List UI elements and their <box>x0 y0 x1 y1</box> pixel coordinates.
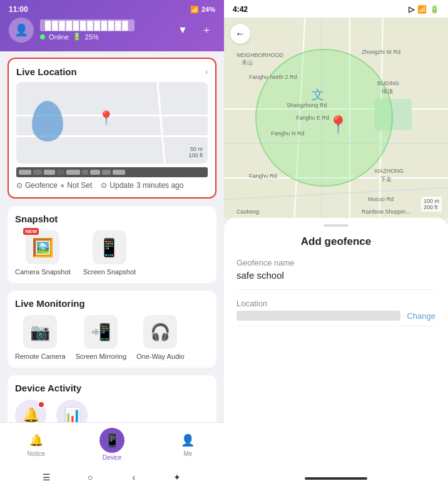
status-icons: 📶 24% <box>190 6 215 14</box>
battery-text: 24% <box>201 6 215 13</box>
left-header: 11:00 📶 24% 👤 ████████████ Online 🔋 25% <box>0 0 224 51</box>
card-meta: ⊙ Geofence ● Not Set ⊙ Update 3 minutes … <box>16 181 208 190</box>
geofence-name-value[interactable]: safe school <box>237 270 435 281</box>
geofence-meta[interactable]: ⊙ Geofence ● Not Set <box>16 181 92 190</box>
dropdown-button[interactable]: ▼ <box>174 21 191 39</box>
geofence-name-field: Geofence name safe school <box>237 258 435 281</box>
timeline-block <box>82 170 88 175</box>
avatar: 👤 <box>9 18 34 43</box>
map-label-rainbow: Rainbow Shoppin... <box>362 209 410 215</box>
avatar-area: 👤 ████████████ Online 🔋 25% <box>9 18 135 43</box>
screen-snapshot-icon: 📱 <box>98 237 120 258</box>
screen-snapshot-icon-box: 📱 <box>93 230 126 264</box>
location-value-blurred <box>237 311 400 321</box>
nav-notice[interactable]: 🔔 Notice <box>28 432 45 457</box>
gesture-home[interactable]: ○ <box>83 470 98 485</box>
map-road-vertical <box>156 82 165 163</box>
live-location-title: Live Location › <box>16 66 208 77</box>
right-map-scale: 100 m 200 ft <box>421 197 442 212</box>
update-meta: ⊙ Update 3 minutes ago <box>101 181 183 190</box>
user-status-row: Online 🔋 25% <box>40 33 135 41</box>
map-label-fanghu-e: Fanghu E Rd <box>296 115 329 121</box>
sheet-handle <box>323 224 349 227</box>
timeline-block <box>90 170 100 175</box>
chart-icon: 📊 <box>64 407 81 422</box>
me-label: Me <box>183 450 192 457</box>
map-water-blob <box>32 101 63 142</box>
right-map-view[interactable]: NEIGHBORHOOD 禾山 Fanghu North 2 Rd Shangz… <box>224 18 448 218</box>
activity-icons: 🔔 📊 <box>15 400 209 422</box>
map-label-buding2: 埠顶 <box>382 88 393 96</box>
live-location-map[interactable]: 📍 50 m 100 ft <box>16 82 208 163</box>
home-indicator <box>305 477 367 480</box>
user-info: ████████████ Online 🔋 25% <box>40 19 135 41</box>
map-label-fanghu-n: Fanghu N Rd <box>271 130 305 137</box>
timeline-block <box>33 170 42 175</box>
right-battery-icon: 🔋 <box>430 5 439 14</box>
bell-icon: 🔔 <box>23 407 39 422</box>
camera-snapshot-icon-box: NEW 🖼️ <box>26 230 59 264</box>
location-field: Location Change <box>237 299 435 326</box>
map-label-heshan: 禾山 <box>242 59 253 67</box>
map-location-pin: 📍 <box>98 110 115 127</box>
map-label-fanghu: Fanghu Rd <box>249 173 277 179</box>
chart-icon-box: 📊 <box>56 400 88 422</box>
one-way-audio-icon: 🎧 <box>150 323 170 342</box>
screen-mirroring-item[interactable]: 📲 Screen Mirroring <box>76 315 126 360</box>
map-label-mucuo: Mucuo Rd <box>368 196 394 202</box>
remote-camera-label: Remote Camera <box>15 353 66 360</box>
map-timeline[interactable] <box>16 167 208 177</box>
device-label: Device <box>103 454 122 461</box>
gesture-bar: ☰ ○ ‹ ✦ <box>0 468 224 486</box>
bottom-nav: 🔔 Notice 📱 Device 👤 Me <box>0 422 224 468</box>
right-wifi-icon: 📶 <box>417 5 427 14</box>
nav-device[interactable]: 📱 Device <box>99 428 125 461</box>
me-icon: 👤 <box>179 432 196 449</box>
timeline-block <box>19 170 31 175</box>
snapshot-card: Snapshot NEW 🖼️ Camera Snapshot 📱 Screen… <box>8 206 216 283</box>
remote-camera-item[interactable]: 📷 Remote Camera <box>15 315 66 360</box>
map-label-xiazhong: XIAZHONG <box>374 168 404 174</box>
timeline-block <box>66 170 80 175</box>
live-monitoring-card: Live Monitoring 📷 Remote Camera 📲 Screen… <box>8 291 216 368</box>
live-monitoring-title: Live Monitoring <box>15 298 209 309</box>
status-bar-left: 11:00 📶 24% <box>9 0 215 18</box>
snapshot-grid: NEW 🖼️ Camera Snapshot 📱 Screen Snapshot <box>15 230 209 276</box>
change-button[interactable]: Change <box>407 311 435 321</box>
map-back-button[interactable]: ← <box>230 24 250 44</box>
clock-icon: ⊙ <box>101 181 107 190</box>
camera-snapshot-item[interactable]: NEW 🖼️ Camera Snapshot <box>15 230 71 276</box>
screen-snapshot-item[interactable]: 📱 Screen Snapshot <box>83 230 136 276</box>
expand-icon[interactable]: › <box>205 68 208 76</box>
user-row: 👤 ████████████ Online 🔋 25% ▼ ＋ <box>9 18 215 43</box>
gesture-menu[interactable]: ☰ <box>39 470 54 485</box>
back-arrow-icon: ← <box>235 28 245 39</box>
battery-percent: 25% <box>85 33 99 41</box>
gesture-star[interactable]: ✦ <box>170 470 185 485</box>
location-input-row: Change <box>237 311 435 326</box>
timeline-block <box>102 170 111 175</box>
wifi-icon: 📶 <box>190 6 199 14</box>
nav-me[interactable]: 👤 Me <box>179 432 196 457</box>
activity-item-bell[interactable]: 🔔 <box>15 400 46 422</box>
road-h4 <box>224 187 448 200</box>
timeline-block <box>113 170 125 175</box>
header-actions: ▼ ＋ <box>174 21 215 39</box>
gesture-back[interactable]: ‹ <box>126 470 141 485</box>
right-signal-icon: ▷ <box>409 5 414 14</box>
map-label-zhongzhi: Zhongzhi W Rd <box>362 49 400 55</box>
remote-camera-icon: 📷 <box>30 323 50 342</box>
geofence-name-label: Geofence name <box>237 258 435 267</box>
activity-item-chart[interactable]: 📊 <box>56 400 88 422</box>
map-label-neighborhood: NEIGHBORHOOD <box>237 52 283 58</box>
notice-icon: 🔔 <box>28 432 45 449</box>
bottom-sheet: Add geofence Geofence name safe school L… <box>224 218 448 471</box>
one-way-audio-item[interactable]: 🎧 One-Way Audio <box>136 315 185 360</box>
right-status-icons: ▷ 📶 🔋 <box>409 5 439 14</box>
map-label-caokeng: Caokeng <box>237 209 259 215</box>
add-button[interactable]: ＋ <box>198 21 215 39</box>
battery-icon: 🔋 <box>73 33 81 41</box>
right-time: 4:42 <box>233 5 248 14</box>
bell-icon-box: 🔔 <box>15 400 46 422</box>
new-badge: NEW <box>23 228 39 235</box>
